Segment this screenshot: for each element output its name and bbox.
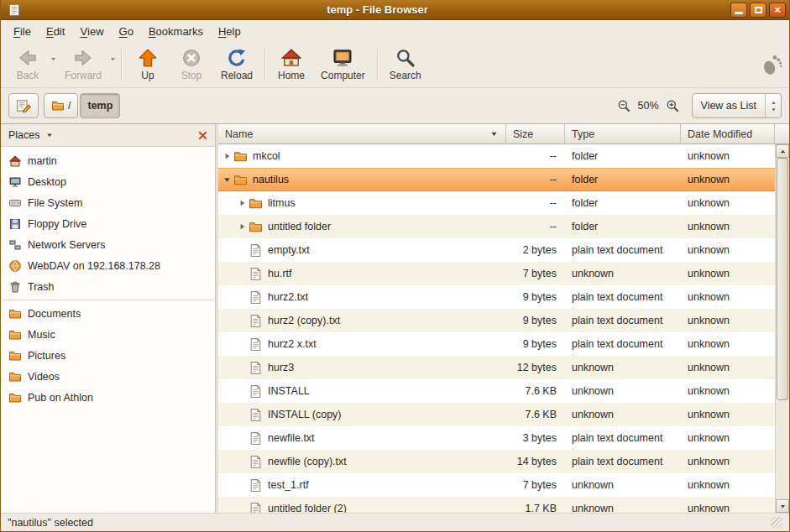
menu-item-help[interactable]: Help [211, 20, 249, 42]
expander-collapsed-icon[interactable] [236, 198, 249, 208]
file-row-nautilus[interactable]: nautilus--folderunknown [218, 168, 775, 191]
zoom-controls: 50% View as List [617, 93, 782, 118]
toggle-location-entry-button[interactable] [8, 93, 39, 118]
statusbar: "nautilus" selected [1, 513, 789, 531]
file-type: unknown [565, 268, 681, 279]
file-row-litmus[interactable]: litmus--folderunknown [218, 191, 775, 215]
scrollbar-track[interactable] [776, 158, 789, 499]
file-row-untitled-folder-2[interactable]: untitled folder (2)1.7 KBunknownunknown [218, 497, 775, 513]
forward-icon [73, 48, 93, 68]
file-row-test-1-rtf[interactable]: test_1.rtf7 bytesunknownunknown [218, 473, 775, 497]
menu-item-view[interactable]: View [72, 20, 111, 42]
file-date-modified: unknown [681, 456, 775, 467]
file-row-mkcol[interactable]: mkcol--folderunknown [218, 144, 775, 168]
file-row-hurz2-x-txt[interactable]: hurz2 x.txt9 bytesplain text documentunk… [218, 332, 775, 356]
back-button[interactable]: Back [6, 45, 50, 84]
search-button[interactable]: Search [382, 45, 429, 84]
sidebar-item-documents[interactable]: Documents [1, 303, 215, 324]
sidebar-item-music[interactable]: Music [1, 324, 215, 345]
sidebar-item-pictures[interactable]: Pictures [1, 345, 215, 366]
file-date-modified: unknown [681, 338, 775, 350]
webdav-icon [8, 259, 22, 273]
file-row-install[interactable]: INSTALL7.6 KBunknownunknown [218, 379, 775, 403]
sidebar-close-button[interactable] [194, 127, 211, 143]
sidebar-item-file-system[interactable]: File System [1, 192, 215, 213]
file-size: -- [506, 197, 565, 209]
file-type: unknown [565, 503, 681, 513]
file-row-hurz2-copy-txt[interactable]: hurz2 (copy).txt9 bytesplain text docume… [218, 309, 775, 332]
text-file-icon [249, 455, 263, 469]
window-controls: × [730, 3, 786, 18]
toolbar-separator [121, 48, 122, 81]
file-row-hurz2-txt[interactable]: hurz2.txt9 bytesplain text documentunkno… [218, 285, 775, 309]
sidebar-item-network-servers[interactable]: Network Servers [1, 234, 215, 255]
sidebar-item-trash[interactable]: Trash [1, 276, 215, 297]
vertical-scrollbar[interactable] [775, 144, 789, 513]
file-row-untitled-folder[interactable]: untitled folder--folderunknown [218, 215, 775, 238]
path-button-temp[interactable]: temp [80, 93, 120, 118]
stop-button[interactable]: Stop [170, 45, 213, 84]
sidebar-item-videos[interactable]: Videos [1, 366, 215, 387]
file-size: 12 bytes [506, 362, 565, 373]
forward-dropdown-arrow-icon[interactable] [109, 55, 117, 63]
sidebar-item-martin[interactable]: martin [1, 150, 215, 171]
column-label: Size [513, 128, 533, 140]
column-header-type[interactable]: Type [565, 124, 681, 144]
sidebar-item-desktop[interactable]: Desktop [1, 171, 215, 192]
file-row-hurz3[interactable]: hurz312 bytesunknownunknown [218, 356, 775, 379]
reload-icon [227, 48, 247, 68]
file-name: hurz2 x.txt [268, 338, 317, 350]
column-header-name[interactable]: Name [218, 124, 506, 144]
sidebar-item-webdav-on-192-168-178-28[interactable]: WebDAV on 192.168.178.28 [1, 255, 215, 276]
file-row-install-copy[interactable]: INSTALL (copy)7.6 KBunknownunknown [218, 403, 775, 426]
scroll-up-button[interactable] [776, 144, 789, 158]
file-type: unknown [565, 409, 681, 420]
view-mode-selector[interactable]: View as List [692, 93, 782, 118]
places-pane-selector[interactable]: Places [8, 129, 40, 141]
file-type: folder [565, 197, 681, 209]
column-header-date-modified[interactable]: Date Modified [681, 124, 775, 144]
menu-item-edit[interactable]: Edit [39, 20, 72, 42]
reload-button[interactable]: Reload [213, 45, 260, 84]
zoom-out-button[interactable] [617, 99, 631, 113]
file-row-hu-rtf[interactable]: hu.rtf7 bytesunknownunknown [218, 262, 775, 285]
titlebar[interactable]: temp - File Browser × [1, 0, 789, 20]
back-dropdown-arrow-icon[interactable] [50, 55, 57, 63]
minimize-button[interactable] [730, 3, 747, 18]
column-header-size[interactable]: Size [506, 124, 565, 144]
path-button-[interactable]: / [44, 93, 78, 118]
close-button[interactable]: × [769, 3, 786, 18]
menu-item-bookmarks[interactable]: Bookmarks [141, 20, 211, 42]
computer-button[interactable]: Computer [313, 45, 373, 84]
folder-icon [249, 196, 263, 211]
home-button-group: Home [269, 45, 313, 84]
sidebar-item-pub-on-athlon[interactable]: Pub on Athlon [1, 387, 215, 408]
place-label: Documents [28, 308, 81, 320]
menu-item-go[interactable]: Go [112, 20, 141, 42]
file-row-empty-txt[interactable]: empty.txt2 bytesplain text documentunkno… [218, 238, 775, 262]
file-date-modified: unknown [681, 291, 775, 303]
file-size: 7 bytes [506, 479, 565, 491]
forward-button[interactable]: Forward [57, 45, 109, 84]
column-label: Name [225, 128, 253, 140]
resize-grip[interactable] [771, 517, 782, 529]
main-area: Places martinDesktopFile SystemFloppy Dr… [1, 123, 789, 513]
sidebar-separator [3, 300, 213, 300]
scrollbar-thumb[interactable] [777, 158, 788, 400]
menu-item-file[interactable]: File [6, 20, 39, 42]
maximize-button[interactable] [750, 3, 766, 18]
sidebar-header: Places [1, 124, 215, 147]
file-name: hurz2.txt [268, 291, 308, 303]
zoom-in-button[interactable] [666, 99, 680, 113]
expander-expanded-icon[interactable] [221, 175, 233, 185]
home-button[interactable]: Home [269, 45, 313, 84]
file-row-newfile-txt[interactable]: newfile.txt3 bytesplain text documentunk… [218, 426, 775, 450]
sidebar-item-floppy-drive[interactable]: Floppy Drive [1, 213, 215, 234]
expander-spacer [236, 245, 249, 255]
expander-collapsed-icon[interactable] [221, 151, 233, 161]
scroll-down-button[interactable] [776, 499, 789, 513]
file-row-newfile-copy-txt[interactable]: newfile (copy).txt14 bytesplain text doc… [218, 450, 775, 473]
expander-spacer [236, 456, 249, 467]
expander-collapsed-icon[interactable] [236, 222, 249, 232]
up-button[interactable]: Up [126, 45, 170, 84]
